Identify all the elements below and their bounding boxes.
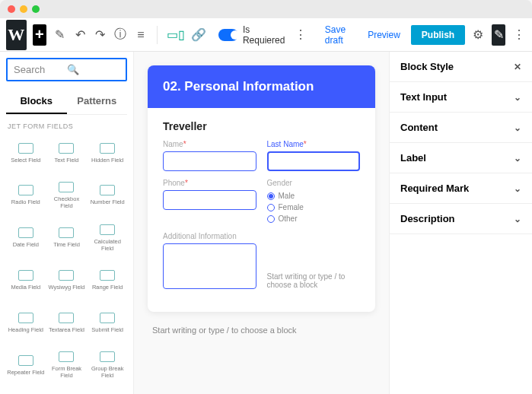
block-item-label: Textarea Field xyxy=(49,326,84,333)
settings-icon[interactable]: ⚙ xyxy=(471,24,486,46)
info-icon[interactable]: ⓘ xyxy=(113,24,128,46)
block-item-icon xyxy=(100,313,115,323)
additional-label: Additional Information xyxy=(163,232,256,240)
block-item-label: Checkbox Field xyxy=(47,195,87,209)
block-item[interactable]: Textarea Field xyxy=(47,304,87,341)
phone-label: Phone* xyxy=(163,179,256,187)
block-item-icon xyxy=(59,351,74,362)
form-block[interactable]: 02. Personal Information Treveller Name*… xyxy=(148,65,375,312)
required-toggle[interactable] xyxy=(218,29,238,41)
block-item-label: Hidden Field xyxy=(91,157,123,164)
gender-other[interactable]: Other xyxy=(267,214,361,223)
block-item[interactable]: Checkbox Field xyxy=(47,177,87,214)
close-icon[interactable]: ✕ xyxy=(514,62,521,72)
undo-icon[interactable]: ↶ xyxy=(73,24,88,46)
block-item-icon xyxy=(18,227,33,238)
sidebar-label[interactable]: Label⌄ xyxy=(390,143,532,173)
divider xyxy=(157,26,158,44)
wp-logo[interactable]: W xyxy=(6,20,27,50)
sidebar-content[interactable]: Content⌄ xyxy=(390,113,532,143)
more-icon[interactable]: ⋮ xyxy=(294,24,308,46)
block-item-label: Heading Field xyxy=(8,326,43,333)
block-item-label: Number Field xyxy=(91,199,125,205)
name-input[interactable] xyxy=(163,151,256,171)
block-item[interactable]: Text Field xyxy=(47,135,87,171)
group-title[interactable]: Treveller xyxy=(163,120,360,132)
block-item[interactable]: Range Field xyxy=(88,262,127,298)
gender-female[interactable]: Female xyxy=(267,203,361,211)
block-item[interactable]: Repeater Field xyxy=(6,347,46,383)
block-item[interactable]: Submit Field xyxy=(88,304,127,341)
radio-icon xyxy=(267,192,275,200)
block-item[interactable]: Hidden Field xyxy=(88,135,127,171)
editor-canvas[interactable]: 02. Personal Information Treveller Name*… xyxy=(134,52,389,394)
canvas-hint[interactable]: Start writing or type / to choose a bloc… xyxy=(152,326,375,335)
block-item[interactable]: Radio Field xyxy=(6,177,46,214)
chevron-down-icon: ⌄ xyxy=(514,214,521,224)
gender-male[interactable]: Male xyxy=(267,192,361,200)
form-header[interactable]: 02. Personal Information xyxy=(148,65,375,108)
block-item-icon xyxy=(100,143,115,154)
edit-icon[interactable]: ✎ xyxy=(53,24,67,46)
search-icon: 🔍 xyxy=(67,64,120,75)
maximize-dot[interactable] xyxy=(32,5,40,13)
chevron-down-icon: ⌄ xyxy=(514,153,521,164)
block-item[interactable]: Form Break Field xyxy=(47,347,87,383)
block-item[interactable]: Select Field xyxy=(6,135,46,171)
block-item[interactable]: Calculated Field xyxy=(88,220,127,256)
block-hint[interactable]: Start writing or type / to choose a bloc… xyxy=(267,272,361,289)
minimize-dot[interactable] xyxy=(20,5,27,13)
tab-patterns[interactable]: Patterns xyxy=(67,89,128,114)
block-item[interactable]: Wysiwyg Field xyxy=(47,262,87,298)
block-item-label: Form Break Field xyxy=(47,365,87,379)
block-item-label: Select Field xyxy=(11,157,40,164)
block-item-icon xyxy=(59,313,74,323)
search-input[interactable]: Search 🔍 xyxy=(6,58,127,81)
phone-input[interactable] xyxy=(163,190,256,210)
tab-blocks[interactable]: Blocks xyxy=(6,89,67,114)
block-item-icon xyxy=(100,270,115,281)
block-item-label: Repeater Field xyxy=(7,369,44,376)
radio-icon xyxy=(267,204,275,211)
chevron-down-icon: ⌄ xyxy=(514,122,521,133)
link-icon[interactable]: 🔗 xyxy=(191,24,206,46)
sidebar-block-style[interactable]: Block Style✕ xyxy=(390,52,532,82)
settings-sidebar: Block Style✕ Text Input⌄ Content⌄ Label⌄… xyxy=(389,52,532,394)
block-item[interactable]: Heading Field xyxy=(6,304,46,341)
block-item-label: Range Field xyxy=(92,284,123,291)
block-item-label: Calculated Field xyxy=(88,238,127,252)
gender-label: Gender xyxy=(267,179,361,187)
block-item-icon xyxy=(59,270,74,281)
close-dot[interactable] xyxy=(8,5,15,13)
sidebar-description[interactable]: Description⌄ xyxy=(390,204,532,234)
redo-icon[interactable]: ↷ xyxy=(93,24,107,46)
save-draft-button[interactable]: Save draft xyxy=(320,21,357,49)
block-item-icon xyxy=(59,182,74,192)
block-item-icon xyxy=(59,227,74,238)
inserter-tabs: Blocks Patterns xyxy=(6,89,127,115)
required-toggle-label: Is Requiered xyxy=(243,24,288,46)
add-block-button[interactable]: + xyxy=(33,24,47,46)
publish-button[interactable]: Publish xyxy=(411,25,465,45)
block-item-label: Radio Field xyxy=(11,199,40,205)
block-item[interactable]: Time Field xyxy=(47,220,87,256)
block-item-label: Media Field xyxy=(11,284,40,291)
additional-textarea[interactable] xyxy=(163,243,256,289)
sidebar-required-mark[interactable]: Required Mark⌄ xyxy=(390,173,532,204)
search-placeholder: Search xyxy=(14,64,67,75)
breakpoint-icon[interactable]: ▭▯ xyxy=(167,24,185,46)
options-icon[interactable]: ⋮ xyxy=(511,24,526,46)
block-item[interactable]: Media Field xyxy=(6,262,46,298)
block-item[interactable]: Date Field xyxy=(6,220,46,256)
sidebar-text-input[interactable]: Text Input⌄ xyxy=(390,82,532,113)
block-item-icon xyxy=(18,355,33,366)
lastname-input[interactable] xyxy=(267,151,361,171)
block-item-icon xyxy=(100,185,115,195)
styles-icon[interactable]: ✎ xyxy=(492,24,506,46)
block-item[interactable]: Number Field xyxy=(88,177,127,214)
preview-button[interactable]: Preview xyxy=(363,27,405,43)
outline-icon[interactable]: ≡ xyxy=(134,24,148,46)
block-item-label: Time Field xyxy=(53,241,80,248)
block-item[interactable]: Group Break Field xyxy=(88,347,127,383)
lastname-label: Last Name* xyxy=(267,140,361,148)
